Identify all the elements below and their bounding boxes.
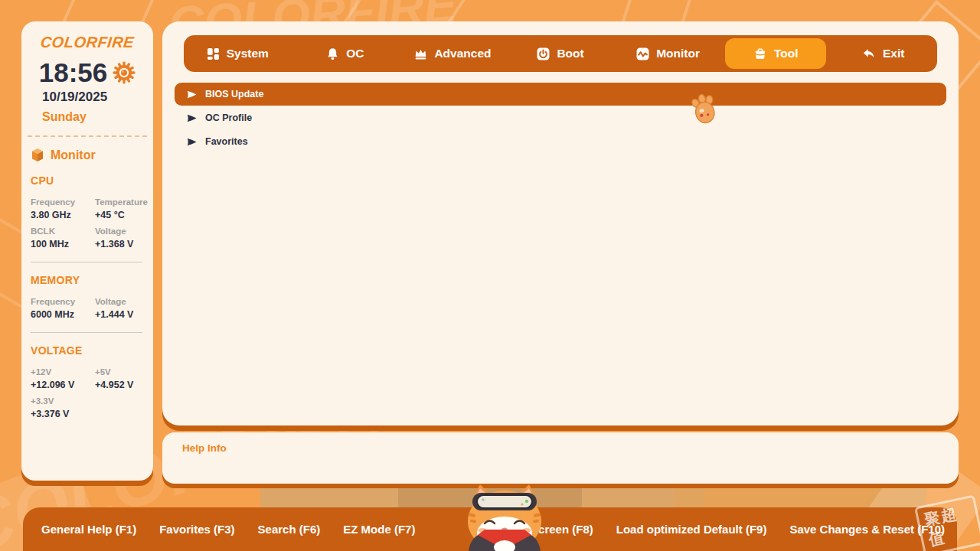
tab-label: Advanced <box>434 47 491 60</box>
hotkey-general-help[interactable]: General Help (F1) <box>41 523 136 536</box>
cpu-section-title: CPU <box>31 174 153 187</box>
arrow-right-icon <box>187 90 197 99</box>
memory-voltage-value: +1.444 V <box>95 306 153 320</box>
gear-icon <box>113 61 136 84</box>
hotkey-search[interactable]: Search (F6) <box>258 523 321 536</box>
hotkey-load-defaults[interactable]: Load optimized Default (F9) <box>616 523 767 536</box>
activity-icon <box>636 47 649 60</box>
clock-day: Sunday <box>42 110 153 124</box>
clock-time: 18:56 <box>39 57 108 88</box>
rail-12v-label: +12V <box>31 361 95 377</box>
chip-cube-icon <box>31 148 44 163</box>
tab-label: System <box>227 47 269 60</box>
power-icon <box>537 47 550 60</box>
tab-boot[interactable]: Boot <box>510 38 612 69</box>
cpu-bclk-label: BCLK <box>31 220 95 236</box>
voltage-section-title: VOLTAGE <box>31 344 153 357</box>
sidebar-divider <box>31 332 142 333</box>
bell-icon <box>326 47 339 60</box>
colorfire-logo: COLORFIRE <box>21 34 154 51</box>
monitor-title: Monitor <box>51 148 96 162</box>
memory-readouts: Frequency Voltage 6000 MHz +1.444 V <box>31 291 153 320</box>
memory-voltage-label: Voltage <box>95 291 153 306</box>
monitor-header: Monitor <box>31 148 153 163</box>
memory-frequency-value: 6000 MHz <box>31 306 95 320</box>
cpu-voltage-value: +1.368 V <box>95 236 153 249</box>
top-nav-bar: System OC Advanced <box>184 35 937 72</box>
voltage-readouts: +12V +5V +12.096 V +4.952 V +3.3V +3.376… <box>31 361 153 419</box>
rail-5v-label: +5V <box>95 361 153 377</box>
watermark-stamp: 聚超值 <box>914 494 980 551</box>
tab-label: Monitor <box>656 47 700 60</box>
rail-5v-value: +4.952 V <box>95 377 153 390</box>
menu-item-label: OC Profile <box>205 112 252 123</box>
hotkey-ez-mode[interactable]: EZ Mode (F7) <box>343 523 415 536</box>
menu-item-label: BIOS Update <box>205 89 263 99</box>
crown-icon <box>414 47 427 60</box>
rail-3v3-label: +3.3V <box>31 390 95 406</box>
cpu-bclk-value: 100 MHz <box>31 236 95 249</box>
grid-icon <box>207 47 220 60</box>
sidebar-divider <box>28 135 147 137</box>
sidebar-divider <box>31 262 142 262</box>
cpu-readouts: Frequency Temperature 3.80 GHz +45 °C BC… <box>31 191 153 249</box>
tab-label: OC <box>346 47 364 60</box>
cat-mascot <box>453 483 556 551</box>
help-panel: Help Info <box>162 432 959 484</box>
footer-right-group: Print Screen (F8) Load optimized Default… <box>501 523 957 536</box>
hotkey-favorites[interactable]: Favorites (F3) <box>159 523 234 536</box>
menu-item-bios-update[interactable]: BIOS Update <box>175 83 946 106</box>
tab-tool[interactable]: Tool <box>725 38 827 69</box>
tab-oc[interactable]: OC <box>295 38 397 69</box>
tab-exit[interactable]: Exit <box>832 38 934 69</box>
cpu-temperature-label: Temperature <box>95 191 153 207</box>
cpu-voltage-label: Voltage <box>95 220 153 236</box>
tab-system[interactable]: System <box>187 38 289 69</box>
help-title: Help Info <box>162 432 959 454</box>
clock: 18:56 <box>21 57 153 88</box>
menu-item-oc-profile[interactable]: OC Profile <box>175 106 946 129</box>
cpu-frequency-value: 3.80 GHz <box>31 207 95 220</box>
arrow-right-icon <box>187 114 197 122</box>
cpu-frequency-label: Frequency <box>31 191 95 207</box>
sidebar-panel: COLORFIRE 18:56 <box>21 21 153 481</box>
tool-menu: BIOS Update OC Profile Favorites <box>175 83 946 154</box>
footer-left-group: General Help (F1) Favorites (F3) Search … <box>23 523 415 536</box>
bios-screen: COLORFIRE COLORFIRE COLORFIRE 18:56 <box>0 0 980 551</box>
cpu-temperature-value: +45 °C <box>95 207 153 220</box>
tab-monitor[interactable]: Monitor <box>617 38 719 69</box>
menu-item-favorites[interactable]: Favorites <box>175 130 946 153</box>
tab-label: Exit <box>883 47 904 60</box>
tab-label: Boot <box>557 47 583 60</box>
menu-item-label: Favorites <box>205 136 248 147</box>
toolbox-icon <box>753 47 767 60</box>
tab-label: Tool <box>774 47 799 60</box>
memory-frequency-label: Frequency <box>31 291 95 306</box>
memory-section-title: MEMORY <box>31 274 153 286</box>
exit-arrow-icon <box>862 47 876 60</box>
rail-3v3-value: +3.376 V <box>31 406 95 419</box>
spacer <box>95 390 153 406</box>
arrow-right-icon <box>187 138 197 146</box>
clock-date: 10/19/2025 <box>42 90 153 105</box>
tab-advanced[interactable]: Advanced <box>402 38 504 69</box>
main-panel: System OC Advanced <box>162 21 959 425</box>
rail-12v-value: +12.096 V <box>31 377 95 390</box>
